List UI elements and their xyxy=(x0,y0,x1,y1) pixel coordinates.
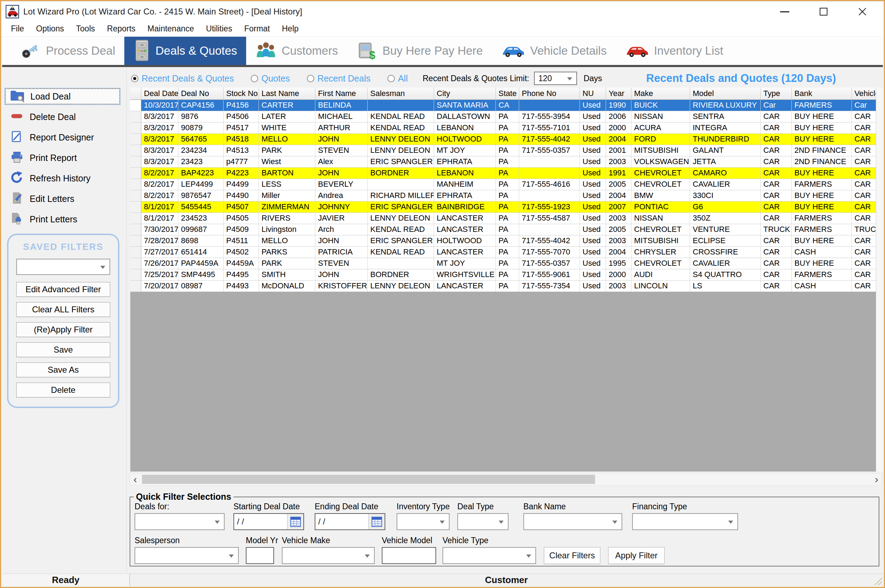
calendar-button[interactable] xyxy=(287,514,304,530)
table-cell[interactable]: 717-555-4587 xyxy=(519,213,580,224)
table-cell[interactable]: 8/3/2017 xyxy=(141,122,178,134)
table-cell[interactable]: CAR xyxy=(852,201,877,213)
table-cell[interactable]: MT JOY xyxy=(434,258,496,269)
table-cell[interactable]: CAR xyxy=(760,145,792,156)
column-header-salesman[interactable]: Salesman xyxy=(367,87,434,99)
table-cell[interactable]: EPHRATA xyxy=(434,156,496,167)
column-header-nu[interactable]: NU xyxy=(580,87,606,99)
table-cell[interactable]: JETTA xyxy=(690,156,760,167)
radio-quotes[interactable]: Quotes xyxy=(251,74,290,84)
menu-file[interactable]: File xyxy=(5,24,30,33)
table-cell[interactable]: GALANT xyxy=(690,145,760,156)
column-header-deal-date[interactable]: Deal Date xyxy=(141,87,178,99)
table-cell[interactable]: JOHN xyxy=(315,269,367,280)
row-selector[interactable] xyxy=(130,224,141,235)
table-cell[interactable]: PA xyxy=(496,201,519,213)
table-cell[interactable]: 8/2/2017 xyxy=(141,178,178,190)
button-edit-advanced-filter[interactable]: Edit Advanced Filter xyxy=(16,282,110,297)
table-cell[interactable]: PA xyxy=(496,258,519,269)
table-cell[interactable]: 2001 xyxy=(606,145,631,156)
table-cell[interactable]: 8/1/2017 xyxy=(141,201,178,213)
table-cell[interactable]: BUY HERE xyxy=(792,122,852,134)
table-cell[interactable]: 717-555-4042 xyxy=(519,235,580,246)
table-cell[interactable]: ERIC SPANGLER xyxy=(367,201,434,213)
table-cell[interactable]: PA xyxy=(496,111,519,122)
table-cell[interactable]: ZIMMERMAN xyxy=(258,201,315,213)
table-cell[interactable]: CAR xyxy=(852,258,877,269)
filter-select-salesperson[interactable] xyxy=(135,547,239,564)
table-cell[interactable]: Used xyxy=(580,145,606,156)
column-header-phone-no[interactable]: Phone No xyxy=(519,87,580,99)
radio-recent-deals[interactable]: Recent Deals xyxy=(307,74,370,84)
column-header-vehiclet[interactable]: VehicleT xyxy=(852,87,877,99)
table-row[interactable]: 8/3/2017234234P4513PARKSTEVENLENNY DELEO… xyxy=(130,145,877,156)
table-cell[interactable]: HOLTWOOD xyxy=(434,235,496,246)
table-cell[interactable]: 651414 xyxy=(178,246,223,258)
table-cell[interactable]: PA xyxy=(496,224,519,235)
column-header-year[interactable]: Year xyxy=(606,87,631,99)
button-re-apply-filter[interactable]: (Re)Apply Filter xyxy=(16,322,110,337)
table-row[interactable]: 8/2/2017LEP4499P4499LESSBEVERLYMANHEIMPA… xyxy=(130,178,877,190)
table-cell[interactable]: BORDNER xyxy=(367,167,434,178)
table-cell[interactable]: 2004 xyxy=(606,246,631,258)
table-cell[interactable]: 7/26/2017 xyxy=(141,258,178,269)
button-delete[interactable]: Delete xyxy=(16,382,110,398)
menu-format[interactable]: Format xyxy=(238,24,276,33)
table-cell[interactable]: P4507 xyxy=(223,201,258,213)
date-input[interactable]: / / xyxy=(234,514,287,530)
table-cell[interactable]: 23423 xyxy=(178,156,223,167)
table-cell[interactable]: 234523 xyxy=(178,213,223,224)
table-cell[interactable]: CAR xyxy=(760,167,792,178)
sidebar-button-report-designer[interactable]: Report Designer xyxy=(5,129,120,146)
table-cell[interactable]: 2003 xyxy=(606,280,631,291)
table-cell[interactable]: 350Z xyxy=(690,213,760,224)
table-cell[interactable]: CAR xyxy=(760,190,792,201)
table-cell[interactable]: 08987 xyxy=(178,280,223,291)
table-cell[interactable]: LENNY DELEON xyxy=(367,280,434,291)
table-cell[interactable]: PA xyxy=(496,156,519,167)
tab-vehicle-details[interactable]: Vehicle Details xyxy=(492,37,616,65)
table-cell[interactable]: RIVIERA LUXURY xyxy=(690,99,760,111)
table-cell[interactable]: EPHRATA xyxy=(434,190,496,201)
table-cell[interactable]: PONTIAC xyxy=(631,201,690,213)
table-cell[interactable]: CAR xyxy=(760,280,792,291)
table-cell[interactable]: CAR xyxy=(760,269,792,280)
table-cell[interactable] xyxy=(519,224,580,235)
tab-buy-here-pay-here[interactable]: $Buy Here Pay Here xyxy=(347,37,492,65)
table-cell[interactable]: Livingston xyxy=(258,224,315,235)
table-cell[interactable]: LEBANON xyxy=(434,167,496,178)
sidebar-button-print-report[interactable]: Print Report xyxy=(5,150,120,166)
menu-reports[interactable]: Reports xyxy=(101,24,141,33)
table-cell[interactable]: LANCASTER xyxy=(434,224,496,235)
table-cell[interactable]: 330CI xyxy=(690,190,760,201)
table-cell[interactable]: CAR xyxy=(760,111,792,122)
table-cell[interactable]: P4495 xyxy=(223,269,258,280)
table-cell[interactable]: BUICK xyxy=(631,99,690,111)
table-cell[interactable] xyxy=(519,156,580,167)
table-cell[interactable]: SENTRA xyxy=(690,111,760,122)
table-cell[interactable]: Used xyxy=(580,258,606,269)
table-cell[interactable]: Alex xyxy=(315,156,367,167)
table-cell[interactable]: MT JOY xyxy=(434,145,496,156)
table-cell[interactable]: Used xyxy=(580,122,606,134)
table-cell[interactable]: PA xyxy=(496,122,519,134)
filter-select-vehicle-make[interactable] xyxy=(282,547,375,564)
table-cell[interactable]: 099687 xyxy=(178,224,223,235)
table-cell[interactable]: VENTURE xyxy=(690,224,760,235)
filter-select-deals-for[interactable] xyxy=(135,513,225,530)
table-cell[interactable]: CAR xyxy=(760,201,792,213)
table-cell[interactable]: CARTER xyxy=(258,99,315,111)
filter-select-bank-name[interactable] xyxy=(523,513,622,530)
table-cell[interactable]: TRUCK xyxy=(760,224,792,235)
table-cell[interactable]: BUY HERE xyxy=(792,258,852,269)
table-cell[interactable]: P4223 xyxy=(223,167,258,178)
row-selector[interactable] xyxy=(130,235,141,246)
table-cell[interactable]: CAR xyxy=(852,111,877,122)
table-cell[interactable]: KENDAL READ xyxy=(367,122,434,134)
table-cell[interactable]: CAR xyxy=(760,156,792,167)
table-cell[interactable]: G6 xyxy=(690,201,760,213)
table-cell[interactable]: BORDNER xyxy=(367,269,434,280)
table-cell[interactable]: SANTA MARIA xyxy=(434,99,496,111)
calendar-button[interactable] xyxy=(368,514,385,530)
table-cell[interactable]: 2004 xyxy=(606,134,631,145)
